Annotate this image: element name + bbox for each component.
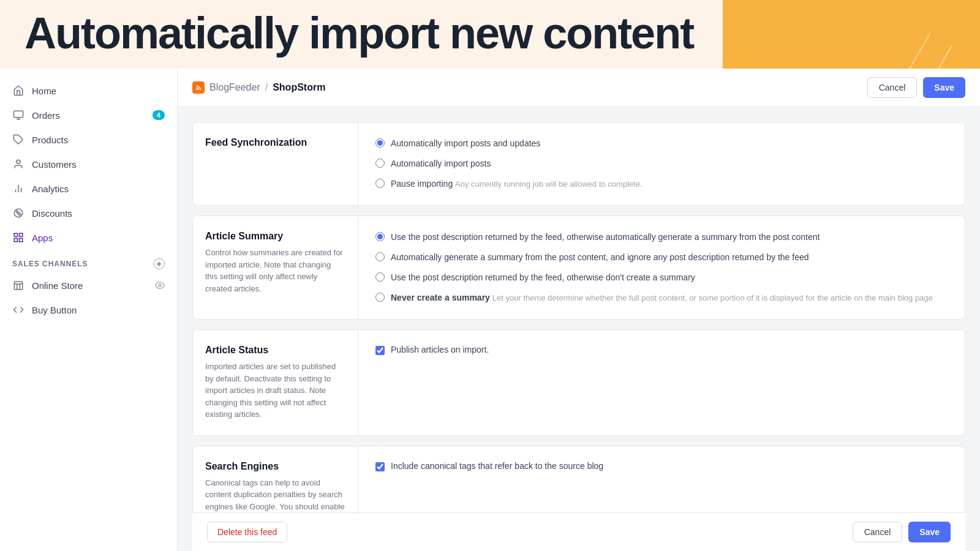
breadcrumb: BlogFeeder / ShopStorm [192, 81, 325, 94]
orders-badge: 4 [153, 110, 165, 120]
add-sales-channel-button[interactable]: + [154, 258, 165, 269]
feed-sync-right: Automatically import posts and updates A… [358, 122, 965, 205]
cancel-button-top[interactable]: Cancel [867, 77, 918, 98]
checkbox-canonical-tags[interactable]: Include canonical tags that refer back t… [375, 461, 948, 471]
sidebar-item-customers[interactable]: Customers [0, 152, 177, 176]
save-button-bottom[interactable]: Save [908, 522, 951, 542]
discounts-icon [12, 207, 24, 219]
sales-channels-label: SALES CHANNELS [12, 260, 88, 268]
radio-auto-generate-label: Automatically generate a summary from th… [391, 251, 809, 264]
save-button-top[interactable]: Save [923, 77, 965, 98]
breadcrumb-parent[interactable]: BlogFeeder [209, 82, 260, 93]
checkbox-publish-on-import-input[interactable] [375, 346, 385, 355]
sidebar-item-orders[interactable]: Orders 4 [0, 103, 177, 127]
sidebar-label-customers: Customers [32, 159, 77, 170]
checkbox-canonical-tags-label: Include canonical tags that refer back t… [391, 461, 603, 471]
radio-pause-importing-input[interactable] [375, 179, 385, 188]
article-status-desc: Imported articles are set to published b… [205, 361, 345, 421]
radio-auto-generate-input[interactable] [375, 252, 385, 261]
article-status-right: Publish articles on import. [358, 330, 965, 435]
svg-rect-11 [20, 233, 23, 236]
svg-point-9 [19, 214, 21, 216]
page-headline: Automatically import new content [24, 11, 693, 55]
radio-use-feed-desc-input[interactable] [375, 232, 385, 241]
checkbox-publish-on-import-label: Publish articles on import. [391, 345, 489, 354]
settings-body: Feed Synchronization Automatically impor… [178, 107, 980, 551]
radio-never-create-sublabel: Let your theme determine whether the ful… [492, 293, 933, 302]
radio-never-create-input[interactable] [375, 293, 385, 302]
sidebar-label-buy-button: Buy Button [32, 305, 77, 315]
svg-rect-12 [20, 239, 23, 242]
apps-icon [12, 231, 24, 244]
sidebar-item-apps[interactable]: Apps [0, 225, 177, 250]
feed-sync-left: Feed Synchronization [193, 122, 358, 205]
home-icon [12, 84, 24, 97]
article-summary-left: Article Summary Control how summaries ar… [193, 216, 358, 319]
radio-auto-import-updates-input[interactable] [375, 138, 385, 148]
rss-icon [192, 81, 205, 94]
sidebar-label-orders: Orders [32, 110, 60, 121]
sidebar-item-analytics[interactable]: Analytics [0, 176, 177, 201]
customers-icon [12, 158, 24, 170]
sidebar-label-analytics: Analytics [32, 184, 69, 194]
app-container: Home Orders 4 Products Customers A [0, 69, 980, 551]
radio-auto-import[interactable]: Automatically import posts [375, 157, 948, 170]
svg-rect-0 [14, 111, 23, 118]
orders-icon [12, 109, 24, 121]
main-content: BlogFeeder / ShopStorm Cancel Save Feed … [178, 69, 980, 551]
sidebar-item-discounts[interactable]: Discounts [0, 201, 177, 225]
breadcrumb-current: ShopStorm [273, 82, 325, 93]
feed-sync-section: Feed Synchronization Automatically impor… [192, 122, 965, 206]
analytics-icon [12, 182, 24, 195]
bottom-bar: Delete this feed Cancel Save [192, 512, 965, 551]
radio-auto-import-updates[interactable]: Automatically import posts and updates [375, 137, 948, 150]
checkbox-publish-on-import[interactable]: Publish articles on import. [375, 345, 948, 355]
sidebar-item-buy-button[interactable]: Buy Button [0, 298, 177, 322]
article-status-section: Article Status Imported articles are set… [192, 329, 965, 436]
delete-feed-button[interactable]: Delete this feed [207, 522, 287, 542]
sidebar-item-home[interactable]: Home [0, 78, 177, 103]
radio-use-feed-no-create[interactable]: Use the post description returned by the… [375, 271, 948, 284]
svg-rect-13 [14, 239, 17, 242]
top-bar-actions: Cancel Save [867, 77, 965, 98]
radio-never-create[interactable]: Never create a summary Let your theme de… [375, 291, 948, 304]
sidebar-item-products[interactable]: Products [0, 127, 177, 152]
online-store-icon [12, 279, 24, 291]
radio-use-feed-desc[interactable]: Use the post description returned by the… [375, 231, 948, 244]
radio-auto-import-updates-label: Automatically import posts and updates [391, 137, 540, 150]
article-summary-desc: Control how summaries are created for im… [205, 247, 345, 294]
article-status-title: Article Status [205, 345, 345, 356]
radio-auto-import-label: Automatically import posts [391, 157, 491, 170]
sidebar-label-discounts: Discounts [32, 208, 72, 219]
svg-point-4 [17, 160, 20, 163]
svg-rect-10 [14, 233, 17, 236]
buy-button-icon [12, 304, 24, 316]
svg-point-16 [159, 284, 161, 287]
radio-pause-importing-label: Pause importing Any currently running jo… [391, 178, 643, 190]
radio-never-create-label: Never create a summary Let your theme de… [391, 291, 933, 304]
radio-use-feed-no-create-input[interactable] [375, 272, 385, 282]
article-summary-title: Article Summary [205, 231, 345, 242]
radio-auto-generate[interactable]: Automatically generate a summary from th… [375, 251, 948, 264]
sidebar-label-online-store: Online Store [32, 280, 83, 291]
checkbox-canonical-tags-input[interactable] [375, 462, 385, 471]
sidebar-label-home: Home [32, 86, 56, 96]
article-status-left: Article Status Imported articles are set… [193, 330, 358, 435]
sidebar-label-products: Products [32, 135, 68, 145]
radio-use-feed-no-create-label: Use the post description returned by the… [391, 271, 695, 284]
radio-auto-import-input[interactable] [375, 159, 385, 168]
article-summary-section: Article Summary Control how summaries ar… [192, 216, 965, 320]
svg-point-8 [16, 211, 18, 212]
radio-use-feed-desc-label: Use the post description returned by the… [391, 231, 820, 244]
cancel-button-bottom[interactable]: Cancel [853, 522, 903, 542]
feed-sync-title: Feed Synchronization [205, 137, 345, 148]
online-store-eye-icon[interactable] [155, 280, 165, 290]
bottom-bar-right: Cancel Save [853, 522, 951, 542]
sidebar: Home Orders 4 Products Customers A [0, 69, 178, 551]
search-engines-title: Search Engines [205, 461, 345, 472]
sales-channels-section: SALES CHANNELS + [0, 250, 177, 273]
article-summary-right: Use the post description returned by the… [358, 216, 965, 319]
sidebar-item-online-store[interactable]: Online Store [0, 273, 177, 298]
radio-pause-importing[interactable]: Pause importing Any currently running jo… [375, 178, 948, 190]
sidebar-label-apps: Apps [32, 233, 53, 243]
